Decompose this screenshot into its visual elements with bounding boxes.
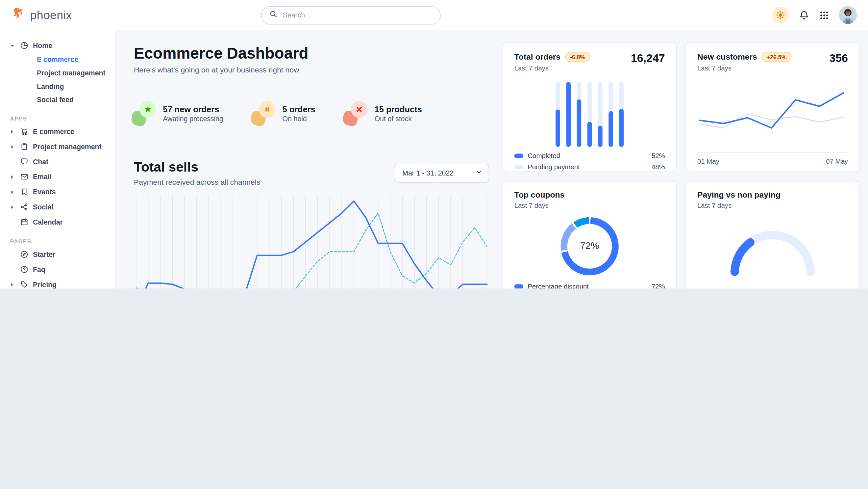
- apps-grid-icon[interactable]: [819, 10, 829, 20]
- top-coupons-donut-chart: 72%: [515, 217, 665, 275]
- sidebar-item-home[interactable]: Home: [10, 38, 110, 53]
- new-customers-line-chart: 01 May 07 May: [697, 78, 848, 165]
- sidebar-item-project-management[interactable]: Project management: [10, 139, 110, 154]
- stat-value: 5 orders: [282, 104, 315, 114]
- sidebar: HomeE commerceProject managementLandingS…: [0, 30, 116, 288]
- sidebar-section-pages: PAGES: [10, 238, 110, 244]
- order-bar: [587, 82, 592, 147]
- total-sells-subtitle: Payment received across all channels: [134, 178, 260, 186]
- brand-logo[interactable]: phoenix: [11, 7, 116, 23]
- card-subtitle: Last 7 days: [697, 64, 792, 72]
- caret-right-icon: [10, 175, 16, 179]
- legend-label: Percentage discount: [528, 283, 589, 288]
- sidebar-item-label: Events: [33, 188, 56, 196]
- cart-icon: [20, 127, 28, 136]
- sidebar-item-label: Calendar: [33, 218, 63, 226]
- sidebar-item-events[interactable]: Events: [10, 184, 110, 200]
- new-customers-card: New customers +26.5% Last 7 days 356 01 …: [685, 42, 860, 172]
- sidebar-subitem-e-commerce[interactable]: E commerce: [10, 53, 110, 66]
- stat-value: 57 new orders: [163, 104, 223, 114]
- calendar-icon: [20, 218, 28, 226]
- x-tick: 01 May: [697, 157, 719, 165]
- stat-label: Awating processing: [163, 115, 223, 123]
- notifications-bell-icon[interactable]: [799, 10, 809, 21]
- total-sells-title: Total sells: [134, 159, 260, 175]
- sidebar-item-label: Project management: [33, 143, 102, 150]
- date-range-select[interactable]: Mar 1 - 31, 2022: [394, 164, 489, 183]
- stat-on-hold: 5 orders On hold: [253, 101, 315, 126]
- user-avatar[interactable]: [839, 6, 857, 24]
- total-orders-bar-chart: [515, 82, 665, 147]
- dashboard-top-section: Ecommerce Dashboard Here's what's going …: [116, 30, 868, 288]
- sidebar-item-label: Faq: [33, 265, 45, 273]
- compass-icon: [20, 250, 28, 258]
- legend-value: 48%: [652, 163, 665, 171]
- sidebar-subitem-landing[interactable]: Landing: [10, 80, 110, 93]
- legend-value: 72%: [652, 283, 665, 288]
- sidebar-subitem-project-management[interactable]: Project management: [10, 66, 110, 80]
- order-bar: [566, 82, 571, 147]
- share-icon: [20, 203, 28, 211]
- new-customers-value: 356: [829, 52, 848, 65]
- tag-icon: [20, 280, 28, 288]
- sidebar-item-label: Email: [33, 173, 52, 181]
- order-bar: [609, 82, 613, 147]
- question-icon: [20, 265, 28, 274]
- global-search-input[interactable]: [282, 10, 432, 20]
- card-title: New customers: [697, 52, 757, 61]
- stat-value: 15 products: [375, 104, 422, 114]
- page-subtitle: Here's what's going on at your business …: [134, 66, 489, 74]
- order-bar: [556, 82, 560, 147]
- global-search[interactable]: [261, 6, 441, 24]
- legend-swatch: [515, 165, 523, 169]
- sidebar-item-faq[interactable]: Faq: [10, 262, 110, 277]
- legend-row: Pending payment 48%: [515, 161, 665, 173]
- sidebar-item-label: Starter: [33, 251, 55, 258]
- sidebar-item-label: Chat: [33, 158, 48, 166]
- order-bar: [577, 82, 582, 147]
- stat-label: Out of stock: [375, 115, 422, 123]
- order-bar: [598, 82, 602, 147]
- sidebar-subitem-social-feed[interactable]: Social feed: [10, 93, 110, 107]
- card-subtitle: Last 7 days: [697, 202, 780, 209]
- paying-gauge-chart: [697, 224, 848, 278]
- stat-awating-processing: 57 new orders Awating processing: [134, 101, 223, 126]
- legend-label: Pending payment: [528, 163, 580, 171]
- card-subtitle: Last 7 days: [515, 202, 565, 209]
- star-icon: [134, 101, 156, 126]
- pie-chart-icon: [20, 41, 28, 50]
- sidebar-item-label: E commerce: [33, 128, 74, 136]
- trend-badge: -6.8%: [565, 52, 590, 62]
- theme-toggle-sun-icon[interactable]: [772, 7, 789, 23]
- sidebar-item-chat[interactable]: Chat: [10, 154, 110, 169]
- brand-name: phoenix: [30, 8, 72, 22]
- sidebar-item-label: Social: [33, 203, 53, 211]
- legend-value: 52%: [652, 152, 665, 160]
- card-title: Total orders: [515, 52, 560, 61]
- mail-icon: [20, 173, 28, 181]
- legend-row: Percentage discount 72%: [515, 281, 665, 288]
- stat-out-of-stock: 15 products Out of stock: [345, 101, 422, 126]
- sidebar-item-pricing[interactable]: Pricing: [10, 277, 110, 288]
- card-subtitle: Last 7 days: [515, 64, 590, 72]
- sidebar-item-starter[interactable]: Starter: [10, 247, 110, 262]
- sidebar-item-label: Home: [33, 41, 52, 49]
- page-title: Ecommerce Dashboard: [134, 45, 489, 63]
- sidebar-item-social[interactable]: Social: [10, 199, 110, 214]
- legend-swatch: [515, 284, 523, 288]
- sidebar-item-calendar[interactable]: Calendar: [10, 214, 110, 230]
- donut-center-value: 72%: [580, 241, 599, 252]
- x-tick: 07 May: [826, 157, 848, 165]
- caret-right-icon: [10, 205, 16, 209]
- caret-right-icon: [10, 190, 16, 194]
- caret-right-icon: [10, 144, 16, 149]
- sidebar-item-e-commerce[interactable]: E commerce: [10, 124, 110, 139]
- legend-label: Completed: [528, 152, 560, 160]
- sidebar-section-apps: APPS: [10, 116, 110, 122]
- paying-vs-non-paying-card: Paying vs non paying Last 7 days Paying …: [685, 181, 860, 288]
- bookmark-icon: [20, 188, 28, 196]
- total-orders-value: 16,247: [631, 52, 665, 65]
- sidebar-item-email[interactable]: Email: [10, 169, 110, 184]
- top-navbar: phoenix: [0, 0, 868, 30]
- card-title: Top coupons: [515, 190, 565, 199]
